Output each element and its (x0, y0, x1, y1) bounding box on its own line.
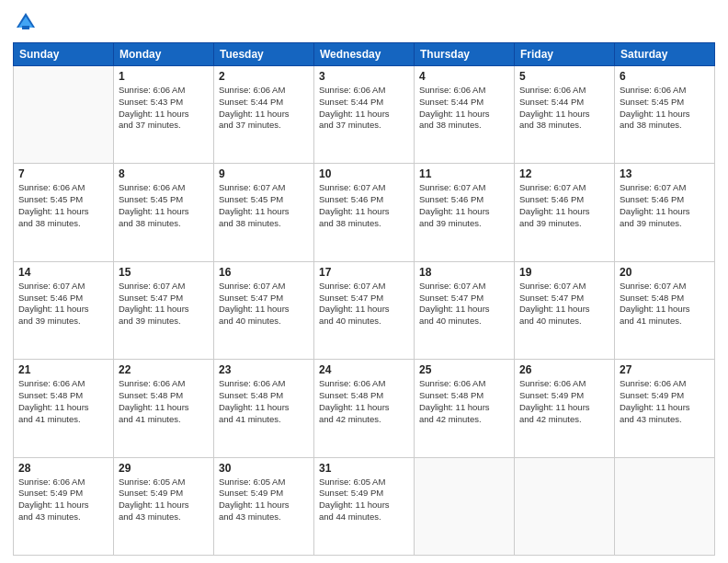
day-number: 10 (319, 167, 409, 180)
cell-info-line: Sunrise: 6:06 AM (519, 85, 609, 97)
cell-info-line: Sunset: 5:49 PM (620, 390, 710, 402)
table-row: 29Sunrise: 6:05 AMSunset: 5:49 PMDayligh… (114, 457, 214, 555)
cell-info-line: Daylight: 11 hours (319, 500, 409, 511)
cell-info-line: Sunrise: 6:07 AM (519, 281, 609, 293)
cell-info-line: and 43 minutes. (119, 511, 209, 523)
cell-info-line: and 40 minutes. (319, 316, 409, 327)
cell-info-line: Daylight: 11 hours (620, 109, 710, 121)
cell-info-line: Sunrise: 6:07 AM (419, 281, 509, 293)
cell-info-line: Sunrise: 6:07 AM (419, 182, 509, 194)
cell-info-line: Daylight: 11 hours (419, 109, 509, 121)
cell-info-line: Sunset: 5:45 PM (620, 97, 710, 109)
cell-info-line: and 38 minutes. (219, 218, 309, 230)
cell-info-line: and 38 minutes. (319, 218, 409, 230)
cell-info-line: Daylight: 11 hours (620, 206, 710, 218)
day-number: 22 (119, 363, 209, 376)
day-header-friday: Friday (515, 43, 615, 66)
cell-info-line: Sunrise: 6:06 AM (18, 477, 108, 488)
day-number: 17 (319, 266, 409, 279)
table-row: 7Sunrise: 6:06 AMSunset: 5:45 PMDaylight… (14, 164, 114, 261)
day-number: 14 (18, 266, 108, 279)
day-number: 19 (519, 266, 609, 279)
day-number: 24 (319, 363, 409, 376)
day-number: 8 (119, 167, 209, 180)
cell-info-line: and 38 minutes. (18, 218, 108, 230)
table-row: 3Sunrise: 6:06 AMSunset: 5:44 PMDaylight… (314, 66, 415, 164)
cell-info-line: Daylight: 11 hours (620, 304, 710, 316)
cell-info-line: Daylight: 11 hours (18, 402, 108, 414)
cell-info-line: Sunrise: 6:05 AM (319, 477, 409, 488)
table-row (515, 457, 615, 555)
cell-info-line: Sunset: 5:44 PM (519, 97, 609, 109)
cell-info-line: and 39 minutes. (519, 218, 609, 230)
cell-info-line: Sunset: 5:47 PM (319, 293, 409, 304)
day-number: 20 (620, 266, 710, 279)
cell-info-line: Sunset: 5:48 PM (219, 390, 309, 402)
day-header-thursday: Thursday (415, 43, 515, 66)
cell-info-line: Sunrise: 6:06 AM (419, 85, 509, 97)
day-number: 23 (219, 363, 309, 376)
cell-info-line: and 41 minutes. (620, 316, 710, 327)
cell-info-line: Sunset: 5:44 PM (219, 97, 309, 109)
day-number: 6 (620, 70, 710, 83)
day-header-sunday: Sunday (14, 43, 114, 66)
table-row: 18Sunrise: 6:07 AMSunset: 5:47 PMDayligh… (415, 261, 515, 359)
table-row: 11Sunrise: 6:07 AMSunset: 5:46 PMDayligh… (415, 164, 515, 261)
day-number: 11 (419, 167, 509, 180)
day-number: 12 (519, 167, 609, 180)
cell-info-line: Sunset: 5:44 PM (419, 97, 509, 109)
day-header-saturday: Saturday (615, 43, 715, 66)
cell-info-line: Sunset: 5:49 PM (119, 488, 209, 500)
cell-info-line: Daylight: 11 hours (119, 402, 209, 414)
cell-info-line: Daylight: 11 hours (519, 109, 609, 121)
cell-info-line: Sunset: 5:45 PM (219, 194, 309, 206)
cell-info-line: Daylight: 11 hours (119, 206, 209, 218)
cell-info-line: and 39 minutes. (620, 218, 710, 230)
cell-info-line: Daylight: 11 hours (119, 109, 209, 121)
cell-info-line: Sunset: 5:45 PM (18, 194, 108, 206)
table-row: 19Sunrise: 6:07 AMSunset: 5:47 PMDayligh… (515, 261, 615, 359)
cell-info-line: Sunrise: 6:07 AM (620, 182, 710, 194)
cell-info-line: and 44 minutes. (319, 511, 409, 523)
day-number: 26 (519, 363, 609, 376)
table-row (415, 457, 515, 555)
table-row: 17Sunrise: 6:07 AMSunset: 5:47 PMDayligh… (314, 261, 415, 359)
calendar-week-row: 1Sunrise: 6:06 AMSunset: 5:43 PMDaylight… (14, 66, 715, 164)
cell-info-line: Daylight: 11 hours (219, 500, 309, 511)
cell-info-line: Sunset: 5:46 PM (18, 293, 108, 304)
cell-info-line: Daylight: 11 hours (18, 500, 108, 511)
cell-info-line: and 42 minutes. (419, 414, 509, 426)
table-row: 30Sunrise: 6:05 AMSunset: 5:49 PMDayligh… (214, 457, 314, 555)
cell-info-line: and 41 minutes. (219, 414, 309, 426)
cell-info-line: Daylight: 11 hours (519, 304, 609, 316)
table-row: 13Sunrise: 6:07 AMSunset: 5:46 PMDayligh… (615, 164, 715, 261)
cell-info-line: Sunrise: 6:07 AM (620, 281, 710, 293)
day-number: 18 (419, 266, 509, 279)
cell-info-line: Daylight: 11 hours (319, 206, 409, 218)
cell-info-line: Sunrise: 6:06 AM (519, 378, 609, 390)
cell-info-line: Daylight: 11 hours (219, 109, 309, 121)
table-row: 6Sunrise: 6:06 AMSunset: 5:45 PMDaylight… (615, 66, 715, 164)
cell-info-line: Sunrise: 6:06 AM (119, 378, 209, 390)
logo (13, 9, 44, 35)
day-number: 30 (219, 462, 309, 475)
cell-info-line: Sunset: 5:48 PM (319, 390, 409, 402)
table-row: 24Sunrise: 6:06 AMSunset: 5:48 PMDayligh… (314, 360, 415, 457)
table-row: 10Sunrise: 6:07 AMSunset: 5:46 PMDayligh… (314, 164, 415, 261)
cell-info-line: Daylight: 11 hours (319, 109, 409, 121)
calendar-week-row: 7Sunrise: 6:06 AMSunset: 5:45 PMDaylight… (14, 164, 715, 261)
calendar-week-row: 14Sunrise: 6:07 AMSunset: 5:46 PMDayligh… (14, 261, 715, 359)
table-row: 26Sunrise: 6:06 AMSunset: 5:49 PMDayligh… (515, 360, 615, 457)
cell-info-line: Sunrise: 6:07 AM (219, 182, 309, 194)
cell-info-line: Sunrise: 6:07 AM (519, 182, 609, 194)
calendar-header-row: SundayMondayTuesdayWednesdayThursdayFrid… (14, 43, 715, 66)
cell-info-line: Sunrise: 6:06 AM (319, 85, 409, 97)
cell-info-line: Sunset: 5:46 PM (319, 194, 409, 206)
calendar-week-row: 21Sunrise: 6:06 AMSunset: 5:48 PMDayligh… (14, 360, 715, 457)
cell-info-line: Daylight: 11 hours (620, 402, 710, 414)
day-number: 2 (219, 70, 309, 83)
cell-info-line: Sunrise: 6:06 AM (419, 378, 509, 390)
cell-info-line: Sunset: 5:47 PM (119, 293, 209, 304)
cell-info-line: Sunrise: 6:05 AM (219, 477, 309, 488)
page: SundayMondayTuesdayWednesdayThursdayFrid… (0, 0, 728, 563)
